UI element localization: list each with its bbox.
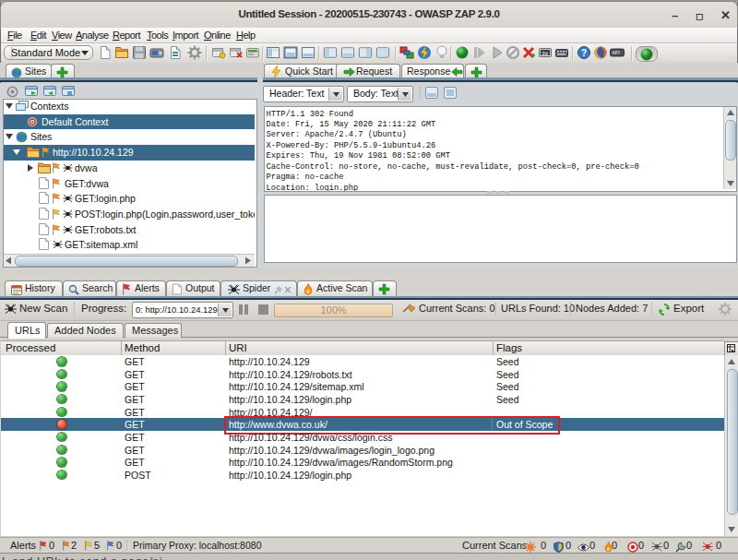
svg-text:38: 38: [542, 51, 549, 57]
svg-text:?: ?: [581, 48, 587, 58]
svg-text:API: API: [612, 50, 620, 55]
